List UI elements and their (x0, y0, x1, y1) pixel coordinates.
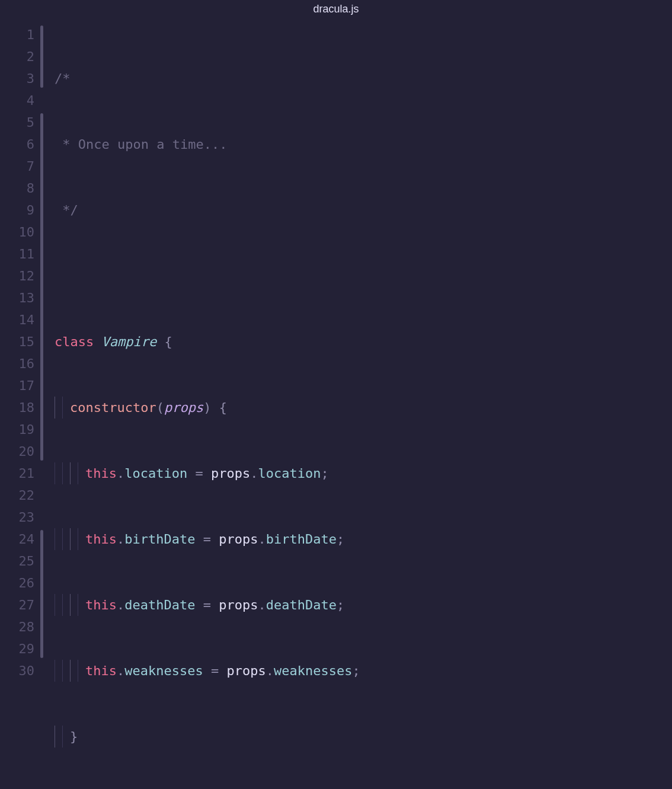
line-number: 11 (0, 243, 37, 265)
code-line (55, 265, 392, 287)
code-line: */ (55, 199, 392, 221)
code-line: /* (55, 68, 392, 90)
line-number: 10 (0, 221, 37, 243)
line-number: 16 (0, 353, 37, 375)
line-number: 23 (0, 506, 37, 528)
code-line: this.deathDate = props.deathDate; (55, 594, 392, 616)
line-number: 7 (0, 155, 37, 177)
line-number: 9 (0, 199, 37, 221)
code-line: this.weaknesses = props.weaknesses; (55, 660, 392, 682)
fold-indicator[interactable] (40, 439, 43, 461)
file-title: dracula.js (0, 0, 672, 20)
code-line: constructor(props) { (55, 397, 392, 419)
line-number: 12 (0, 265, 37, 287)
fold-column[interactable] (40, 24, 49, 789)
code-content[interactable]: /* * Once upon a time... */ class Vampir… (49, 24, 392, 789)
line-number: 27 (0, 594, 37, 616)
line-number: 26 (0, 572, 37, 594)
line-number: 3 (0, 68, 37, 90)
fold-indicator[interactable] (40, 66, 43, 88)
line-number: 24 (0, 528, 37, 550)
line-number: 14 (0, 309, 37, 331)
line-number: 22 (0, 484, 37, 506)
line-number: 29 (0, 638, 37, 660)
keyword: class (55, 334, 94, 349)
code-line: class Vampire { (55, 331, 392, 353)
code-line: * Once upon a time... (55, 133, 392, 155)
line-number: 30 (0, 660, 37, 682)
line-number: 19 (0, 419, 37, 440)
line-number: 21 (0, 462, 37, 484)
line-number: 18 (0, 397, 37, 419)
comment-text: * Once upon a time... (55, 137, 227, 152)
line-number: 2 (0, 46, 37, 68)
line-number: 13 (0, 287, 37, 309)
line-number: 20 (0, 440, 37, 462)
line-number-gutter: 1234567891011121314151617181920212223242… (0, 24, 40, 789)
code-line: this.birthDate = props.birthDate; (55, 528, 392, 550)
function-name: constructor (70, 400, 156, 415)
code-line: } (55, 726, 392, 748)
line-number: 1 (0, 24, 37, 46)
line-number: 5 (0, 111, 37, 133)
keyword-this: this (85, 466, 117, 481)
line-number: 25 (0, 550, 37, 572)
line-number: 17 (0, 375, 37, 397)
comment-text: /* (55, 71, 71, 86)
fold-indicator[interactable] (40, 636, 43, 658)
class-name: Vampire (101, 334, 156, 349)
line-number: 15 (0, 331, 37, 353)
line-number: 4 (0, 90, 37, 111)
code-line: this.location = props.location; (55, 462, 392, 484)
line-number: 8 (0, 177, 37, 199)
parameter: props (164, 400, 203, 415)
code-editor[interactable]: 1234567891011121314151617181920212223242… (0, 20, 672, 789)
comment-text: */ (55, 203, 78, 218)
line-number: 6 (0, 133, 37, 155)
line-number: 28 (0, 616, 37, 638)
